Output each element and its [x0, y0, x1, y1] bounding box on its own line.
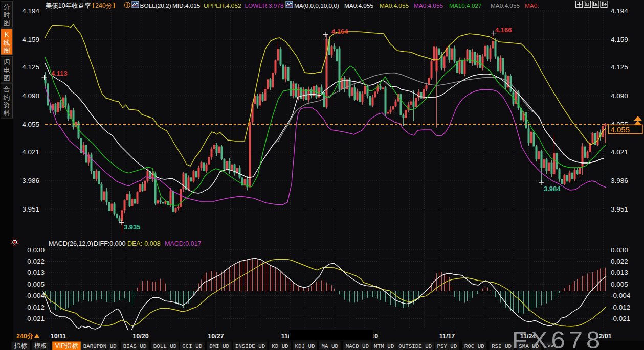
svg-text:3.986: 3.986 [611, 177, 628, 184]
svg-text:LOWER:3.978: LOWER:3.978 [245, 2, 283, 9]
svg-text:240分: 240分 [16, 333, 34, 340]
svg-text:4.021: 4.021 [611, 148, 628, 156]
svg-text:0.005: 0.005 [611, 281, 628, 288]
svg-text:MTM_UD: MTM_UD [374, 343, 394, 349]
svg-text:4.164: 4.164 [331, 28, 348, 35]
svg-text:0.022: 0.022 [27, 258, 45, 265]
svg-text:MA0:4.055: MA0:4.055 [344, 2, 373, 9]
svg-text:0.030: 0.030 [611, 246, 628, 254]
svg-text:4.090: 4.090 [611, 92, 628, 100]
svg-text:K: K [5, 31, 9, 38]
svg-text:资: 资 [4, 101, 10, 109]
svg-text:图: 图 [4, 19, 10, 27]
svg-text:MA10:4.027: MA10:4.027 [449, 2, 482, 9]
svg-text:电: 电 [4, 66, 10, 74]
svg-text:4.125: 4.125 [611, 63, 628, 71]
svg-text:10/27: 10/27 [208, 333, 224, 340]
svg-text:ROC_UD: ROC_UD [464, 343, 484, 349]
svg-text:KDJ_UD: KDJ_UD [295, 343, 315, 349]
svg-text:-0.004: -0.004 [611, 292, 631, 299]
svg-text:0.013: 0.013 [27, 269, 45, 276]
svg-text:MA0:4.055: MA0:4.055 [380, 2, 409, 9]
svg-text:-0.012: -0.012 [611, 304, 630, 311]
svg-text:DIFF:0.000: DIFF:0.000 [94, 240, 126, 247]
svg-text:-0.021: -0.021 [611, 315, 630, 322]
svg-text:MACD:0.017: MACD:0.017 [165, 240, 202, 247]
svg-text:4.113: 4.113 [51, 69, 68, 77]
svg-text:分: 分 [4, 3, 10, 11]
svg-text:VIP指标: VIP指标 [55, 342, 78, 349]
svg-text:4.194: 4.194 [22, 7, 39, 15]
svg-text:指标: 指标 [14, 342, 28, 349]
svg-text:10/20: 10/20 [132, 333, 148, 340]
svg-text:4.159: 4.159 [22, 36, 39, 43]
svg-text:料: 料 [4, 109, 10, 117]
svg-text:MID:4.015: MID:4.015 [172, 2, 201, 9]
svg-text:-0.012: -0.012 [25, 304, 45, 311]
svg-text:BOLL(20,2): BOLL(20,2) [140, 2, 171, 9]
svg-text:BOLL_UD: BOLL_UD [153, 343, 176, 349]
svg-text:图: 图 [4, 74, 10, 82]
svg-text:3.935: 3.935 [124, 223, 141, 231]
svg-text:MA_UD: MA_UD [321, 343, 338, 349]
svg-text:线: 线 [4, 39, 10, 46]
svg-text:【240分】: 【240分】 [89, 2, 119, 9]
svg-text:0.005: 0.005 [27, 281, 45, 288]
svg-text:约: 约 [4, 94, 10, 101]
svg-text:-0.004: -0.004 [25, 292, 45, 299]
svg-text:BARUPDN_UD: BARUPDN_UD [83, 343, 117, 349]
svg-text:PSY_UD: PSY_UD [437, 343, 457, 349]
svg-text:时: 时 [4, 11, 10, 19]
svg-text:3.951: 3.951 [22, 205, 39, 213]
svg-text:MA0:: MA0: [525, 2, 539, 9]
svg-text:4.166: 4.166 [495, 26, 512, 34]
svg-text:BIAS_UD: BIAS_UD [123, 343, 146, 349]
svg-text:合: 合 [4, 85, 10, 93]
svg-text:OUTSIDE_UD: OUTSIDE_UD [398, 343, 432, 349]
svg-text:图: 图 [4, 46, 10, 54]
svg-text:4.021: 4.021 [22, 148, 39, 156]
svg-text:MA0:4.055: MA0:4.055 [414, 2, 443, 9]
svg-text:10/11: 10/11 [51, 333, 66, 340]
svg-text:0.030: 0.030 [27, 246, 45, 254]
svg-text:MA0:4.055: MA0:4.055 [491, 2, 520, 9]
svg-text:4.159: 4.159 [611, 36, 628, 43]
svg-text:MACD_UD: MACD_UD [346, 343, 369, 349]
svg-text:11/17: 11/17 [439, 333, 455, 340]
svg-text:4.055: 4.055 [611, 125, 630, 134]
svg-text:3.986: 3.986 [22, 177, 39, 184]
svg-text:DEA:-0.008: DEA:-0.008 [127, 240, 161, 247]
svg-text:4.194: 4.194 [611, 7, 628, 15]
svg-text:3.984: 3.984 [544, 185, 561, 193]
svg-text:DMI_UD: DMI_UD [209, 343, 229, 349]
svg-text:美债10年收益率: 美债10年收益率 [46, 2, 91, 9]
svg-text:CCI_UD: CCI_UD [182, 343, 202, 349]
svg-text:RSI_UD: RSI_UD [492, 343, 512, 349]
svg-text:INSIDE_UD: INSIDE_UD [235, 343, 265, 349]
svg-text:0.022: 0.022 [611, 258, 628, 265]
svg-text:UPPER:4.052: UPPER:4.052 [204, 2, 241, 9]
svg-text:-0.021: -0.021 [25, 315, 45, 322]
svg-text:4.055: 4.055 [22, 121, 39, 128]
svg-text:MA(0,0,0,10,0,0): MA(0,0,0,10,0,0) [294, 2, 339, 9]
svg-text:MACD(26,12,9): MACD(26,12,9) [49, 240, 93, 247]
svg-text:KD_UD: KD_UD [272, 343, 288, 349]
svg-text:4.125: 4.125 [22, 63, 39, 71]
svg-text:0.013: 0.013 [611, 269, 628, 276]
svg-text:3.951: 3.951 [611, 205, 628, 213]
svg-text:FX678: FX678 [512, 326, 604, 350]
svg-text:模板: 模板 [34, 342, 47, 349]
svg-text:闪: 闪 [4, 58, 10, 66]
svg-text:4.090: 4.090 [22, 92, 39, 100]
